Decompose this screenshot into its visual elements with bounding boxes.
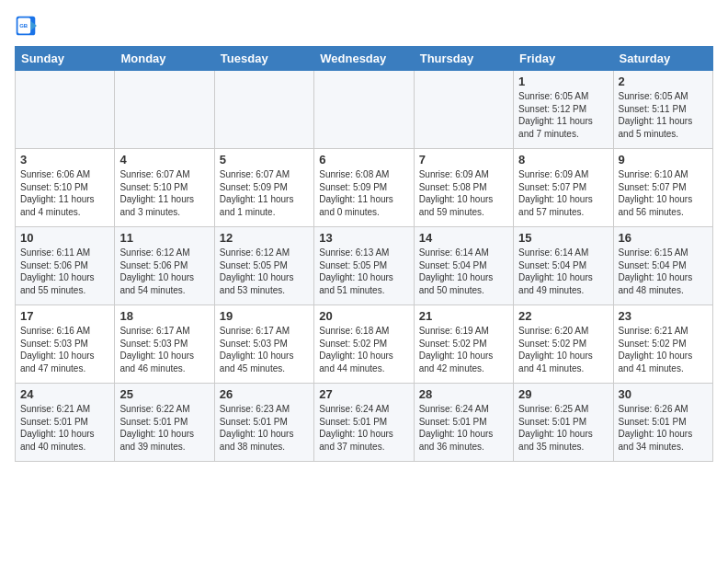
day-number: 17 [20, 309, 109, 323]
day-info: Sunrise: 6:24 AM Sunset: 5:01 PM Dayligh… [419, 403, 508, 453]
day-cell-20: 20Sunrise: 6:18 AM Sunset: 5:02 PM Dayli… [314, 305, 414, 384]
day-info: Sunrise: 6:24 AM Sunset: 5:01 PM Dayligh… [319, 403, 408, 453]
day-cell-11: 11Sunrise: 6:12 AM Sunset: 5:06 PM Dayli… [115, 227, 214, 305]
day-info: Sunrise: 6:13 AM Sunset: 5:05 PM Dayligh… [319, 247, 408, 296]
weekday-header-tuesday: Tuesday [214, 47, 313, 71]
day-cell-18: 18Sunrise: 6:17 AM Sunset: 5:03 PM Dayli… [115, 305, 214, 384]
day-info: Sunrise: 6:18 AM Sunset: 5:02 PM Dayligh… [319, 325, 408, 374]
day-cell-9: 9Sunrise: 6:10 AM Sunset: 5:07 PM Daylig… [613, 149, 712, 227]
weekday-header-row: SundayMondayTuesdayWednesdayThursdayFrid… [16, 47, 713, 71]
day-info: Sunrise: 6:05 AM Sunset: 5:12 PM Dayligh… [518, 90, 608, 140]
day-number: 20 [319, 309, 408, 323]
day-number: 14 [419, 231, 508, 245]
day-info: Sunrise: 6:10 AM Sunset: 5:07 PM Dayligh… [619, 168, 708, 218]
day-number: 7 [419, 153, 508, 167]
day-number: 5 [220, 153, 309, 167]
day-info: Sunrise: 6:23 AM Sunset: 5:01 PM Dayligh… [220, 403, 309, 453]
weekday-header-wednesday: Wednesday [314, 47, 414, 71]
weekday-header-thursday: Thursday [414, 47, 513, 71]
day-number: 24 [20, 387, 109, 401]
day-cell-28: 28Sunrise: 6:24 AM Sunset: 5:01 PM Dayli… [414, 384, 513, 462]
day-number: 30 [619, 387, 708, 401]
day-number: 6 [319, 153, 408, 167]
day-cell-29: 29Sunrise: 6:25 AM Sunset: 5:01 PM Dayli… [514, 384, 613, 462]
day-number: 22 [518, 309, 608, 323]
day-info: Sunrise: 6:22 AM Sunset: 5:01 PM Dayligh… [119, 403, 209, 453]
week-row-3: 10Sunrise: 6:11 AM Sunset: 5:06 PM Dayli… [16, 227, 713, 305]
day-cell-17: 17Sunrise: 6:16 AM Sunset: 5:03 PM Dayli… [16, 305, 115, 384]
day-cell-16: 16Sunrise: 6:15 AM Sunset: 5:04 PM Dayli… [613, 227, 712, 305]
day-number: 23 [619, 309, 708, 323]
day-cell-4: 4Sunrise: 6:07 AM Sunset: 5:10 PM Daylig… [115, 149, 214, 227]
day-cell-19: 19Sunrise: 6:17 AM Sunset: 5:03 PM Dayli… [214, 305, 313, 384]
day-number: 19 [220, 309, 309, 323]
day-info: Sunrise: 6:15 AM Sunset: 5:04 PM Dayligh… [619, 247, 708, 296]
day-cell-13: 13Sunrise: 6:13 AM Sunset: 5:05 PM Dayli… [314, 227, 414, 305]
day-cell-25: 25Sunrise: 6:22 AM Sunset: 5:01 PM Dayli… [115, 384, 214, 462]
day-info: Sunrise: 6:12 AM Sunset: 5:05 PM Dayligh… [220, 247, 309, 296]
day-info: Sunrise: 6:08 AM Sunset: 5:09 PM Dayligh… [319, 168, 408, 218]
week-row-5: 24Sunrise: 6:21 AM Sunset: 5:01 PM Dayli… [16, 384, 713, 462]
calendar-table: SundayMondayTuesdayWednesdayThursdayFrid… [15, 46, 713, 462]
day-info: Sunrise: 6:05 AM Sunset: 5:11 PM Dayligh… [619, 90, 708, 140]
day-number: 25 [119, 387, 209, 401]
week-row-4: 17Sunrise: 6:16 AM Sunset: 5:03 PM Dayli… [16, 305, 713, 384]
day-cell-27: 27Sunrise: 6:24 AM Sunset: 5:01 PM Dayli… [314, 384, 414, 462]
day-info: Sunrise: 6:17 AM Sunset: 5:03 PM Dayligh… [220, 325, 309, 374]
weekday-header-friday: Friday [514, 47, 613, 71]
logo-icon: GB [15, 15, 37, 37]
day-cell-12: 12Sunrise: 6:12 AM Sunset: 5:05 PM Dayli… [214, 227, 313, 305]
day-info: Sunrise: 6:26 AM Sunset: 5:01 PM Dayligh… [619, 403, 708, 453]
day-cell-22: 22Sunrise: 6:20 AM Sunset: 5:02 PM Dayli… [514, 305, 613, 384]
day-cell-3: 3Sunrise: 6:06 AM Sunset: 5:10 PM Daylig… [16, 149, 115, 227]
day-cell-30: 30Sunrise: 6:26 AM Sunset: 5:01 PM Dayli… [613, 384, 712, 462]
day-number: 28 [419, 387, 508, 401]
day-number: 4 [119, 153, 209, 167]
day-cell-2: 2Sunrise: 6:05 AM Sunset: 5:11 PM Daylig… [613, 71, 712, 149]
day-cell-10: 10Sunrise: 6:11 AM Sunset: 5:06 PM Dayli… [16, 227, 115, 305]
day-cell-26: 26Sunrise: 6:23 AM Sunset: 5:01 PM Dayli… [214, 384, 313, 462]
day-number: 18 [119, 309, 209, 323]
day-info: Sunrise: 6:09 AM Sunset: 5:07 PM Dayligh… [518, 168, 608, 218]
day-info: Sunrise: 6:16 AM Sunset: 5:03 PM Dayligh… [20, 325, 109, 374]
day-number: 8 [518, 153, 608, 167]
day-info: Sunrise: 6:11 AM Sunset: 5:06 PM Dayligh… [20, 247, 109, 296]
day-info: Sunrise: 6:12 AM Sunset: 5:06 PM Dayligh… [119, 247, 209, 296]
week-row-1: 1Sunrise: 6:05 AM Sunset: 5:12 PM Daylig… [16, 71, 713, 149]
day-info: Sunrise: 6:21 AM Sunset: 5:01 PM Dayligh… [20, 403, 109, 453]
empty-cell [214, 71, 313, 149]
day-cell-14: 14Sunrise: 6:14 AM Sunset: 5:04 PM Dayli… [414, 227, 513, 305]
day-number: 26 [220, 387, 309, 401]
day-info: Sunrise: 6:07 AM Sunset: 5:09 PM Dayligh… [220, 168, 309, 218]
day-info: Sunrise: 6:20 AM Sunset: 5:02 PM Dayligh… [518, 325, 608, 374]
day-number: 9 [619, 153, 708, 167]
day-cell-6: 6Sunrise: 6:08 AM Sunset: 5:09 PM Daylig… [314, 149, 414, 227]
day-number: 3 [20, 153, 109, 167]
day-info: Sunrise: 6:06 AM Sunset: 5:10 PM Dayligh… [20, 168, 109, 218]
day-number: 27 [319, 387, 408, 401]
weekday-header-monday: Monday [115, 47, 214, 71]
day-number: 2 [619, 75, 708, 88]
day-number: 15 [518, 231, 608, 245]
day-number: 29 [518, 387, 608, 401]
day-cell-1: 1Sunrise: 6:05 AM Sunset: 5:12 PM Daylig… [514, 71, 613, 149]
day-cell-21: 21Sunrise: 6:19 AM Sunset: 5:02 PM Dayli… [414, 305, 513, 384]
weekday-header-sunday: Sunday [16, 47, 115, 71]
day-number: 10 [20, 231, 109, 245]
week-row-2: 3Sunrise: 6:06 AM Sunset: 5:10 PM Daylig… [16, 149, 713, 227]
svg-text:GB: GB [19, 23, 28, 29]
day-info: Sunrise: 6:07 AM Sunset: 5:10 PM Dayligh… [119, 168, 209, 218]
day-cell-24: 24Sunrise: 6:21 AM Sunset: 5:01 PM Dayli… [16, 384, 115, 462]
day-info: Sunrise: 6:09 AM Sunset: 5:08 PM Dayligh… [419, 168, 508, 218]
day-info: Sunrise: 6:21 AM Sunset: 5:02 PM Dayligh… [619, 325, 708, 374]
day-cell-15: 15Sunrise: 6:14 AM Sunset: 5:04 PM Dayli… [514, 227, 613, 305]
day-cell-7: 7Sunrise: 6:09 AM Sunset: 5:08 PM Daylig… [414, 149, 513, 227]
day-cell-8: 8Sunrise: 6:09 AM Sunset: 5:07 PM Daylig… [514, 149, 613, 227]
day-number: 13 [319, 231, 408, 245]
day-number: 16 [619, 231, 708, 245]
empty-cell [115, 71, 214, 149]
logo: GB [15, 15, 39, 37]
day-number: 21 [419, 309, 508, 323]
day-cell-23: 23Sunrise: 6:21 AM Sunset: 5:02 PM Dayli… [613, 305, 712, 384]
day-info: Sunrise: 6:25 AM Sunset: 5:01 PM Dayligh… [518, 403, 608, 453]
